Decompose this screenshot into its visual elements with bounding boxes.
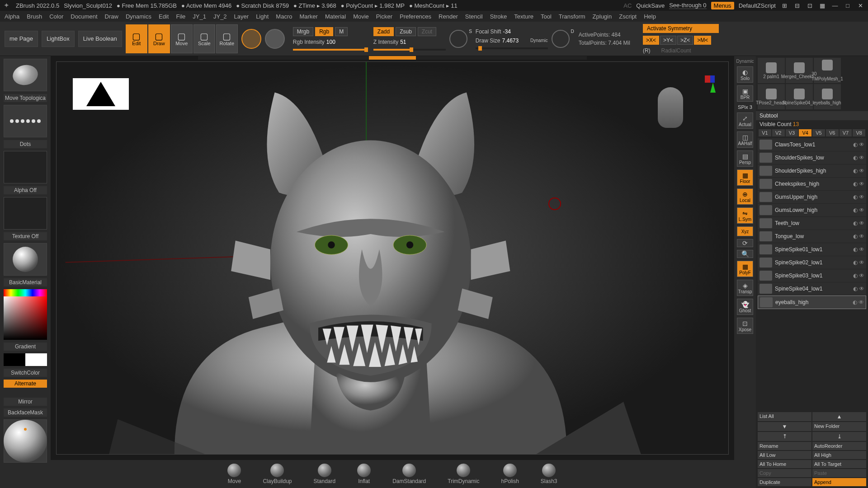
brush-claybuildup[interactable]: ClayBuildup <box>263 464 292 484</box>
paste-button[interactable]: Paste <box>812 469 866 477</box>
layout-icon-2[interactable]: ⊟ <box>793 1 801 9</box>
visibility-toggle-icon[interactable]: 👁 <box>859 246 864 253</box>
zcut-button[interactable]: Zcut <box>418 27 436 36</box>
visibility-set-v3[interactable]: V3 <box>786 129 798 136</box>
focal-shift-dial[interactable]: S <box>449 30 467 48</box>
xpose-button[interactable]: ⊡Xpose <box>737 318 753 334</box>
visibility-toggle-icon[interactable]: 👁 <box>859 259 864 266</box>
alltotarget-button[interactable]: All To Target <box>812 460 866 468</box>
gradient-label[interactable]: Gradient <box>4 343 47 351</box>
menu-movie[interactable]: Movie <box>353 13 369 20</box>
switchcolor-button[interactable]: SwitchColor <box>4 369 47 377</box>
visibility-set-v7[interactable]: V7 <box>840 129 852 136</box>
subtool-item[interactable]: SpineSpike04_low1◐👁 <box>758 282 866 295</box>
axis-gizmo[interactable] <box>689 75 716 102</box>
move-mode-button[interactable]: ▢Move <box>171 24 193 53</box>
mirror-button[interactable]: Mirror <box>4 398 47 406</box>
move-bottom-button[interactable]: ⤓ <box>812 432 866 441</box>
visibility-set-v1[interactable]: V1 <box>759 129 771 136</box>
bpr-button[interactable]: ▣BPR <box>737 85 753 102</box>
paint-toggle-icon[interactable]: ◐ <box>853 168 858 174</box>
color-picker[interactable] <box>4 289 47 340</box>
draw-size-slider[interactable] <box>476 47 548 49</box>
menu-alpha[interactable]: Alpha <box>5 13 19 20</box>
defaultzscript-button[interactable]: DefaultZScript <box>739 2 776 9</box>
move-top-button[interactable]: ⤒ <box>758 432 811 441</box>
aahalf-button[interactable]: ◫AAHalf <box>737 131 753 148</box>
subtool-item[interactable]: SpineSpike01_low1◐👁 <box>758 243 866 256</box>
sym-m-button[interactable]: >M< <box>694 36 711 45</box>
document-timeline[interactable] <box>198 56 587 60</box>
listall-button[interactable]: List All <box>758 412 811 421</box>
visibility-toggle-icon[interactable]: 👁 <box>859 286 864 292</box>
menu-layer[interactable]: Layer <box>234 13 249 20</box>
scale-mode-button[interactable]: ▢Scale <box>193 24 215 53</box>
copy-button[interactable]: Copy <box>758 469 811 477</box>
paint-toggle-icon[interactable]: ◐ <box>853 155 858 161</box>
floor-button[interactable]: ▦Floor <box>737 169 753 186</box>
alllow-button[interactable]: All Low <box>758 451 811 459</box>
paint-toggle-icon[interactable]: ◐ <box>853 286 858 292</box>
spix-label[interactable]: SPix 3 <box>738 104 752 110</box>
layout-icon-4[interactable]: ▦ <box>818 1 826 9</box>
camera-reference-head[interactable] <box>658 87 683 128</box>
swatch-row[interactable] <box>4 353 47 366</box>
visibility-toggle-icon[interactable]: 👁 <box>859 194 864 200</box>
visibility-toggle-icon[interactable]: 👁 <box>859 168 864 174</box>
frame-button[interactable]: ⟳ <box>737 239 753 247</box>
quicksave-button[interactable]: QuickSave <box>636 2 665 9</box>
visibility-toggle-icon[interactable]: 👁 <box>859 233 864 239</box>
subtool-item[interactable]: Teeth_low◐👁 <box>758 217 866 230</box>
minimize-icon[interactable]: — <box>831 1 839 9</box>
brush-tile[interactable] <box>4 59 47 91</box>
visibility-toggle-icon[interactable]: 👁 <box>859 272 864 279</box>
menu-marker[interactable]: Marker <box>299 13 317 20</box>
paint-toggle-icon[interactable]: ◐ <box>853 220 858 226</box>
visibility-toggle-icon[interactable]: 👁 <box>859 181 864 187</box>
draw-mode-button[interactable]: ▢Draw <box>148 24 170 53</box>
menu-color[interactable]: Color <box>49 13 63 20</box>
paint-toggle-icon[interactable]: ◐ <box>853 259 858 266</box>
brush-move[interactable]: Move <box>227 464 241 484</box>
polyf-button[interactable]: ▦PolyF <box>737 261 753 277</box>
tool-thumb-eyeballs_high[interactable]: eyeballs_high <box>814 84 841 109</box>
gizmo-toggle[interactable] <box>241 29 261 49</box>
layout-icon-1[interactable]: ⊞ <box>780 1 788 9</box>
visibility-toggle-icon[interactable]: 👁 <box>859 220 864 226</box>
sym-y-button[interactable]: >Y< <box>660 36 676 45</box>
zsub-button[interactable]: Zsub <box>396 27 416 36</box>
paint-toggle-icon[interactable]: ◐ <box>853 181 858 187</box>
menu-preferences[interactable]: Preferences <box>400 13 431 20</box>
rgb-intensity-slider[interactable] <box>293 49 365 51</box>
dynamic-label[interactable]: Dynamic <box>530 38 548 43</box>
sculptris-toggle[interactable] <box>265 29 285 49</box>
menu-light[interactable]: Light <box>256 13 269 20</box>
brush-trimdynamic[interactable]: TrimDynamic <box>448 464 479 484</box>
visibility-set-v5[interactable]: V5 <box>812 129 825 136</box>
menu-dynamics[interactable]: Dynamics <box>126 13 151 20</box>
menu-brush[interactable]: Brush <box>27 13 42 20</box>
brush-inflat[interactable]: Inflat <box>357 464 371 484</box>
backfacemask-button[interactable]: BackfaceMask <box>4 408 47 417</box>
menu-tool[interactable]: Tool <box>541 13 552 20</box>
maximize-icon[interactable]: □ <box>844 1 852 9</box>
subtool-item[interactable]: GumsLower_high◐👁 <box>758 204 866 216</box>
subtool-item[interactable]: ShoulderSpikes_high◐👁 <box>758 164 866 177</box>
subtool-header[interactable]: Subtool <box>756 111 868 120</box>
menu-stroke[interactable]: Stroke <box>490 13 507 20</box>
menu-stencil[interactable]: Stencil <box>465 13 483 20</box>
menu-draw[interactable]: Draw <box>105 13 118 20</box>
transp-button[interactable]: ◈Transp <box>737 280 753 296</box>
visibility-toggle-icon[interactable]: 👁 <box>859 155 864 161</box>
menu-render[interactable]: Render <box>439 13 458 20</box>
paint-toggle-icon[interactable]: ◐ <box>853 141 858 148</box>
tool-thumb-Merged_CheekSp[interactable]: Merged_CheekSp <box>786 58 813 83</box>
visibility-set-v4[interactable]: V4 <box>799 129 811 136</box>
subtool-item[interactable]: SpineSpike03_low1◐👁 <box>758 269 866 282</box>
alternate-button[interactable]: Alternate <box>4 380 47 388</box>
seethrough-slider[interactable]: See-through 0 <box>669 2 706 9</box>
zoom-button[interactable]: 🔍 <box>737 250 753 258</box>
subtool-item[interactable]: ShoulderSpikes_low◐👁 <box>758 151 866 164</box>
xyz-button[interactable]: Xyz <box>737 226 753 236</box>
brush-damstandard[interactable]: DamStandard <box>392 464 426 484</box>
